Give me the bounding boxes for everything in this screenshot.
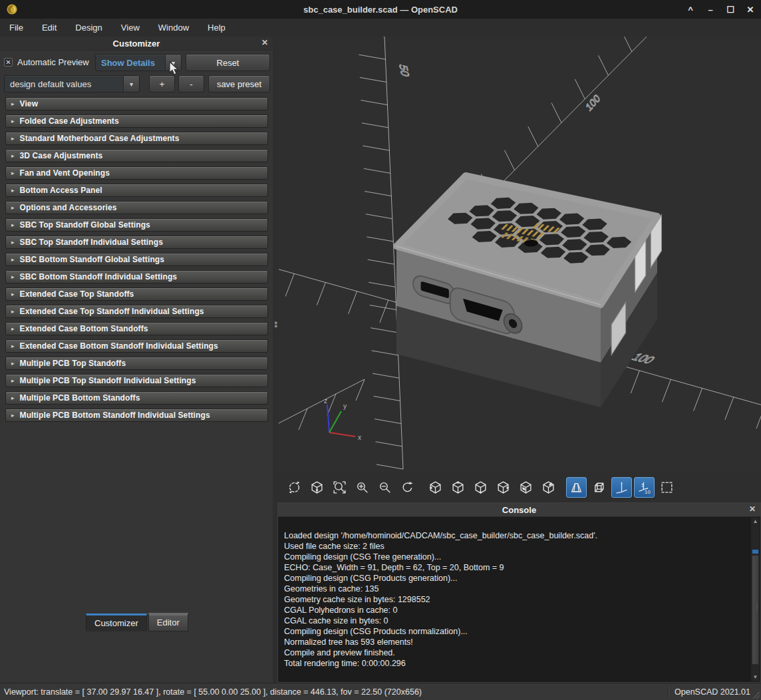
section-options-and-accessories[interactable]: ▸Options and Accessories bbox=[5, 201, 268, 214]
tab-customizer[interactable]: Customizer bbox=[86, 613, 147, 631]
customizer-panel: Customizer ✕ ✕ Automatic Preview Show De… bbox=[0, 37, 273, 683]
chevron-right-icon: ▸ bbox=[11, 412, 15, 419]
chevron-right-icon: ▸ bbox=[11, 291, 15, 297]
remove-preset-button[interactable]: - bbox=[178, 75, 204, 92]
chevron-right-icon: ▸ bbox=[11, 256, 15, 263]
zoom-out-button[interactable] bbox=[375, 477, 395, 498]
customizer-row-1: ✕ Automatic Preview Show Details ▾ Reset bbox=[0, 53, 273, 72]
section-extended-case-top-standoff-individual-settings[interactable]: ▸Extended Case Top Standoff Individual S… bbox=[5, 305, 268, 318]
zoom-out-icon bbox=[378, 480, 392, 494]
console-line: Compiling design (CSG Products generatio… bbox=[284, 573, 750, 584]
section-bottom-access-panel[interactable]: ▸Bottom Access Panel bbox=[5, 184, 268, 197]
section-fan-and-vent-openings[interactable]: ▸Fan and Vent Openings bbox=[5, 166, 268, 180]
menu-design[interactable]: Design bbox=[66, 20, 111, 35]
chevron-right-icon: ▸ bbox=[11, 118, 15, 124]
3d-viewport[interactable]: .rl{stroke:#c6c6c6;stroke-width:1;fill:n… bbox=[279, 37, 761, 472]
chevron-right-icon: ▸ bbox=[11, 360, 15, 367]
view-all-button[interactable] bbox=[307, 477, 327, 498]
console-close-icon[interactable]: ✕ bbox=[749, 504, 756, 514]
scroll-up-icon[interactable]: ▲ bbox=[751, 518, 760, 526]
view-back-button[interactable] bbox=[538, 477, 559, 498]
section-label: Multiple PCB Bottom Standoffs bbox=[20, 393, 140, 403]
resize-grip[interactable] bbox=[751, 690, 760, 699]
section-label: Multiple PCB Top Standoff Individual Set… bbox=[20, 376, 196, 385]
status-bar: Viewport: translate = [ 37.00 29.97 16.4… bbox=[0, 683, 761, 700]
section-extended-case-bottom-standoffs[interactable]: ▸Extended Case Bottom Standoffs bbox=[5, 322, 268, 335]
menu-view[interactable]: View bbox=[112, 20, 149, 35]
splitter-handle[interactable]: ●● bbox=[274, 321, 277, 328]
section-sbc-bottom-standoff-individual-settings[interactable]: ▸SBC Bottom Standoff Individual Settings bbox=[5, 270, 268, 283]
scroll-down-icon[interactable]: ▼ bbox=[751, 673, 760, 681]
section-folded-case-adjustments[interactable]: ▸Folded Case Adjustments bbox=[5, 114, 268, 128]
close-button[interactable]: ✕ bbox=[745, 5, 756, 14]
show-scale-markers-button[interactable]: 10 bbox=[634, 477, 655, 498]
reset-rotation-button[interactable] bbox=[397, 477, 418, 498]
add-preset-button[interactable]: + bbox=[149, 75, 175, 92]
perspective-button[interactable] bbox=[566, 477, 587, 498]
console-line: Used file cache size: 2 files bbox=[284, 541, 750, 552]
chevron-down-icon[interactable]: ▾ bbox=[165, 55, 181, 71]
scrollbar-thumb[interactable]: ⋮ bbox=[752, 555, 759, 665]
section-multiple-pcb-top-standoff-individual-settings[interactable]: ▸Multiple PCB Top Standoff Individual Se… bbox=[5, 374, 268, 387]
show-axes-button[interactable] bbox=[611, 477, 632, 498]
console-line: Compiling design (CSG Tree generation)..… bbox=[284, 552, 750, 562]
chevron-right-icon: ▸ bbox=[11, 222, 15, 228]
view-right-button[interactable] bbox=[425, 477, 446, 498]
section-multiple-pcb-top-standoffs[interactable]: ▸Multiple PCB Top Standoffs bbox=[5, 357, 268, 370]
view-toolbar: 10 bbox=[279, 472, 761, 502]
section-label: Multiple PCB Bottom Standoff Individual … bbox=[20, 411, 210, 420]
section-view[interactable]: ▸View bbox=[5, 97, 268, 110]
reset-view-button[interactable] bbox=[284, 477, 305, 498]
preset-dropdown[interactable]: design default values ▾ bbox=[4, 75, 140, 92]
section-label: Bottom Access Panel bbox=[20, 186, 102, 195]
view-all-icon bbox=[310, 480, 324, 494]
section-sbc-top-standoff-global-settings[interactable]: ▸SBC Top Standoff Global Settings bbox=[5, 218, 268, 232]
view-bottom-button[interactable] bbox=[470, 477, 491, 498]
customizer-title: Customizer bbox=[113, 39, 160, 49]
menu-edit[interactable]: Edit bbox=[33, 20, 66, 35]
menu-file[interactable]: File bbox=[0, 20, 33, 35]
console-title: Console bbox=[502, 505, 536, 515]
section-multiple-pcb-bottom-standoff-individual-settings[interactable]: ▸Multiple PCB Bottom Standoff Individual… bbox=[5, 409, 268, 422]
section-label: Fan and Vent Openings bbox=[20, 168, 110, 178]
shade-button[interactable]: ^ bbox=[685, 5, 696, 14]
show-edges-icon bbox=[660, 480, 674, 494]
console-scrollbar[interactable]: ▲ ⋮ ▼ bbox=[751, 518, 760, 681]
section-extended-case-top-standoffs[interactable]: ▸Extended Case Top Standoffs bbox=[5, 287, 268, 301]
minimize-button[interactable]: – bbox=[705, 5, 716, 14]
orthogonal-button[interactable] bbox=[589, 477, 609, 498]
show-edges-button[interactable] bbox=[657, 477, 677, 498]
customizer-close-icon[interactable]: ✕ bbox=[261, 38, 268, 47]
section-standard-motherboard-case-adjustments[interactable]: ▸Standard Motherboard Case Adjustments bbox=[5, 132, 268, 145]
console-header: Console ✕ bbox=[278, 503, 760, 517]
zoom-all-button[interactable] bbox=[329, 477, 350, 498]
chevron-right-icon: ▸ bbox=[11, 325, 15, 332]
section-sbc-bottom-standoff-global-settings[interactable]: ▸SBC Bottom Standoff Global Settings bbox=[5, 253, 268, 266]
console-line: Geometries in cache: 135 bbox=[284, 584, 750, 594]
zoom-in-icon bbox=[355, 480, 369, 494]
zoom-all-icon bbox=[333, 480, 347, 494]
view-back-icon bbox=[541, 480, 555, 494]
view-front-button[interactable] bbox=[516, 477, 536, 498]
chevron-down-icon[interactable]: ▾ bbox=[123, 76, 139, 92]
save-preset-button[interactable]: save preset bbox=[208, 75, 270, 92]
zoom-in-button[interactable] bbox=[352, 477, 373, 498]
console-log[interactable]: Loaded design '/home/hominoid/CADCAM/sbc… bbox=[278, 517, 750, 682]
view-left-button[interactable] bbox=[493, 477, 514, 498]
tab-editor[interactable]: Editor bbox=[148, 613, 188, 631]
section-3d-case-adjustments[interactable]: ▸3D Case Adjustments bbox=[5, 149, 268, 162]
menu-help[interactable]: Help bbox=[198, 20, 235, 35]
menu-window[interactable]: Window bbox=[149, 20, 198, 35]
section-label: Extended Case Bottom Standoffs bbox=[20, 324, 148, 333]
maximize-button[interactable]: ☐ bbox=[725, 5, 736, 14]
section-sbc-top-standoff-individual-settings[interactable]: ▸SBC Top Standoff Individual Settings bbox=[5, 236, 268, 249]
view-top-button[interactable] bbox=[448, 477, 468, 498]
automatic-preview-checkbox[interactable]: ✕ bbox=[4, 58, 13, 67]
show-scale-markers-icon: 10 bbox=[637, 480, 651, 494]
show-details-dropdown[interactable]: Show Details ▾ bbox=[95, 54, 182, 71]
section-multiple-pcb-bottom-standoffs[interactable]: ▸Multiple PCB Bottom Standoffs bbox=[5, 391, 268, 405]
section-label: SBC Top Standoff Individual Settings bbox=[20, 238, 163, 247]
reset-button[interactable]: Reset bbox=[186, 54, 270, 71]
chevron-right-icon: ▸ bbox=[11, 152, 15, 159]
section-extended-case-bottom-standoff-individual-settings[interactable]: ▸Extended Case Bottom Standoff Individua… bbox=[5, 339, 268, 353]
